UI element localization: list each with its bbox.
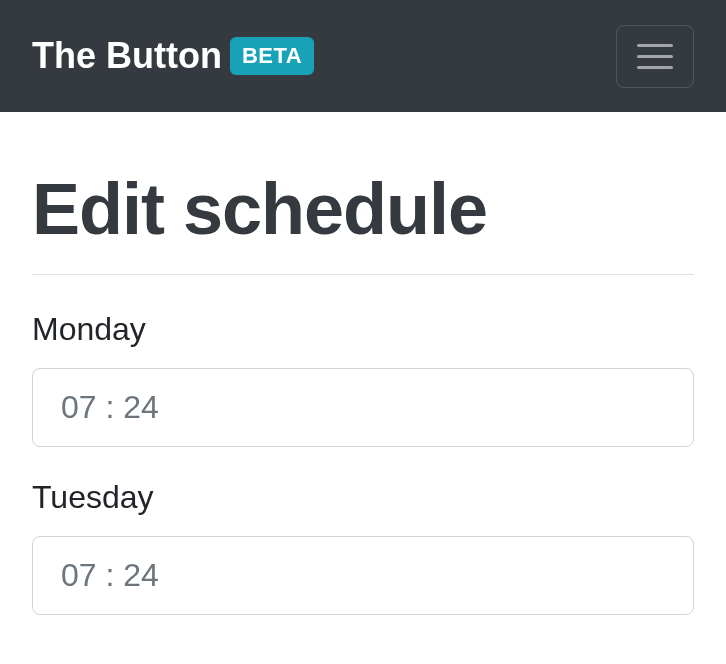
day-group-tuesday: Tuesday (32, 479, 694, 615)
navbar: The Button BETA (0, 0, 726, 112)
time-input-monday[interactable] (32, 368, 694, 447)
time-input-tuesday[interactable] (32, 536, 694, 615)
day-label-monday: Monday (32, 311, 694, 348)
hamburger-icon (637, 66, 673, 69)
content: Edit schedule Monday Tuesday (0, 112, 726, 664)
hamburger-icon (637, 44, 673, 47)
hamburger-menu-button[interactable] (616, 25, 694, 88)
day-group-monday: Monday (32, 311, 694, 447)
brand-text: The Button (32, 35, 222, 77)
hamburger-icon (637, 55, 673, 58)
divider (32, 274, 694, 275)
day-label-tuesday: Tuesday (32, 479, 694, 516)
brand[interactable]: The Button BETA (32, 35, 314, 77)
beta-badge: BETA (230, 37, 314, 75)
page-title: Edit schedule (32, 168, 694, 250)
